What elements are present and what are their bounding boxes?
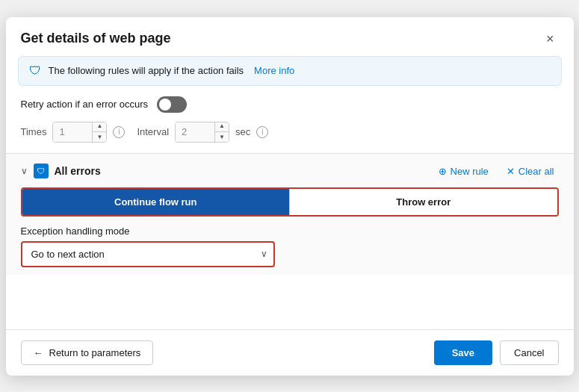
shield-icon: 🛡: [29, 64, 41, 78]
arrow-left-icon: ←: [34, 347, 43, 358]
new-rule-label: New rule: [450, 166, 489, 177]
exception-select-wrap: Go to next action Repeat action Go to be…: [21, 241, 275, 267]
interval-spin-btns: ▲ ▼: [214, 122, 229, 143]
interval-spin-up[interactable]: ▲: [215, 122, 229, 132]
dialog-header: Get details of web page ×: [6, 17, 574, 56]
throw-error-tab[interactable]: Throw error: [289, 189, 557, 215]
clear-x-icon: ✕: [507, 166, 515, 177]
return-label: Return to parameters: [49, 347, 141, 358]
interval-input[interactable]: [176, 122, 214, 142]
interval-info-icon: i: [256, 126, 268, 138]
dialog-footer: ← Return to parameters Save Cancel: [6, 329, 574, 376]
times-spin-btns: ▲ ▼: [92, 122, 106, 143]
dialog-title: Get details of web page: [21, 31, 171, 46]
toggle-slider: [157, 96, 187, 113]
errors-title-group: ∨ 🛡 All errors: [21, 164, 101, 178]
times-field-group: Times ▲ ▼ i: [21, 122, 126, 143]
times-input-wrap: ▲ ▼: [52, 122, 107, 143]
clear-all-button[interactable]: ✕ Clear all: [502, 163, 559, 180]
errors-actions: ⊕ New rule ✕ Clear all: [434, 163, 559, 180]
tab-row: Continue flow run Throw error: [21, 187, 559, 217]
save-button[interactable]: Save: [434, 340, 492, 365]
interval-field-group: Interval ▲ ▼ sec i: [137, 122, 268, 143]
retry-toggle[interactable]: [157, 96, 187, 113]
return-to-parameters-button[interactable]: ← Return to parameters: [21, 340, 154, 365]
close-button[interactable]: ×: [542, 31, 559, 47]
errors-title: All errors: [55, 165, 101, 177]
retry-label: Retry action if an error occurs: [21, 99, 149, 110]
retry-row: Retry action if an error occurs: [6, 86, 574, 117]
times-label: Times: [21, 126, 47, 137]
errors-section: ∨ 🛡 All errors ⊕ New rule ✕ Clear all Co…: [6, 154, 574, 275]
info-banner-text: The following rules will apply if the ac…: [49, 65, 244, 76]
interval-input-wrap: ▲ ▼: [175, 122, 229, 143]
clear-all-label: Clear all: [518, 166, 554, 177]
exception-label: Exception handling mode: [21, 225, 559, 237]
interval-label: Interval: [137, 126, 169, 137]
times-spin-down[interactable]: ▼: [93, 132, 106, 143]
cancel-button[interactable]: Cancel: [500, 340, 558, 365]
times-interval-row: Times ▲ ▼ i Interval ▲ ▼ sec i: [6, 117, 574, 153]
times-input[interactable]: [53, 122, 92, 142]
shield-filled-icon: 🛡: [34, 164, 49, 178]
errors-header: ∨ 🛡 All errors ⊕ New rule ✕ Clear all: [21, 163, 559, 180]
times-info-icon: i: [113, 126, 125, 138]
exception-handling-group: Exception handling mode Go to next actio…: [21, 225, 559, 267]
info-banner: 🛡 The following rules will apply if the …: [18, 56, 562, 86]
interval-spin-down[interactable]: ▼: [215, 132, 229, 143]
dialog: Get details of web page × 🛡 The followin…: [6, 17, 574, 376]
sec-label: sec: [235, 126, 250, 137]
continue-flow-run-tab[interactable]: Continue flow run: [22, 189, 290, 215]
times-spin-up[interactable]: ▲: [93, 122, 106, 132]
plus-circle-icon: ⊕: [439, 166, 447, 177]
chevron-down-icon[interactable]: ∨: [21, 166, 28, 176]
new-rule-button[interactable]: ⊕ New rule: [434, 163, 493, 180]
exception-select[interactable]: Go to next action Repeat action Go to be…: [21, 241, 275, 267]
footer-right: Save Cancel: [434, 340, 559, 365]
more-info-link[interactable]: More info: [254, 65, 294, 76]
